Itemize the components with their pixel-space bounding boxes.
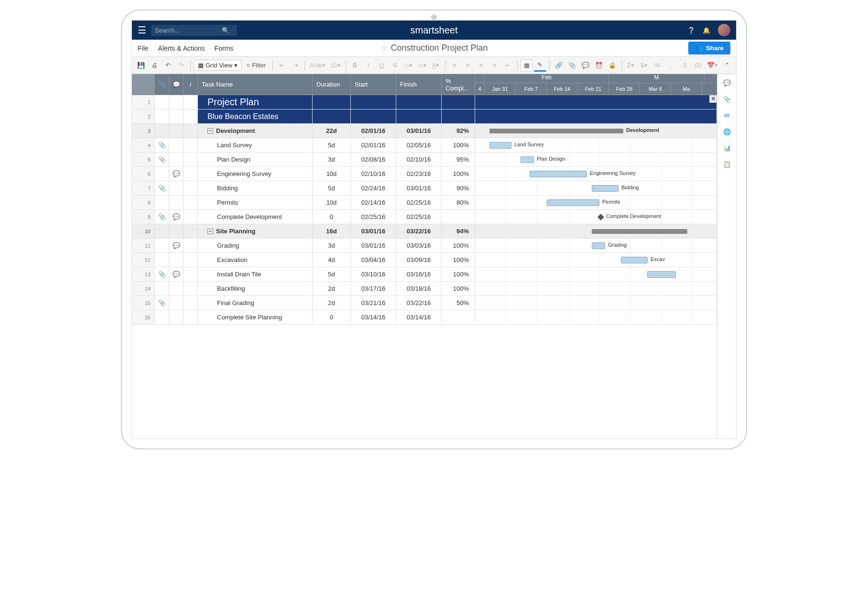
pct-cell[interactable]: 80% (442, 196, 475, 209)
task-cell[interactable]: Permits (198, 196, 313, 209)
attach-cell[interactable] (155, 282, 169, 295)
col-finish[interactable]: Finish (396, 74, 442, 95)
comment-icon[interactable]: 💬 (579, 59, 592, 72)
attach-cell[interactable]: 📎 (155, 296, 169, 310)
task-cell[interactable]: Grading (198, 239, 313, 252)
pct-cell[interactable]: 100% (442, 167, 475, 181)
menu-icon[interactable]: ☰ (138, 24, 146, 36)
table-row[interactable]: 8Permits10d02/14/1602/25/1680%Permits (132, 196, 717, 210)
rail-publish-icon[interactable]: 🌐 (722, 127, 732, 136)
dec-dec-icon[interactable]: .00 (692, 59, 704, 72)
table-row[interactable]: 2Blue Beacon Estates (132, 109, 717, 124)
start-cell[interactable]: 03/10/16 (351, 267, 396, 281)
font-select[interactable]: Arial▾ (308, 59, 327, 72)
currency-icon[interactable]: $▾ (638, 59, 651, 72)
pct-cell[interactable]: 95% (442, 153, 475, 166)
gantt-cell[interactable]: Excav (475, 253, 717, 267)
col-duration[interactable]: Duration (313, 74, 351, 95)
comment-cell[interactable]: 💬 (169, 267, 184, 281)
rows-area[interactable]: ✕ 1Project Plan2Blue Beacon Estates3−Dev… (132, 95, 717, 438)
attach-cell[interactable] (155, 224, 169, 238)
comment-cell[interactable] (169, 296, 184, 310)
attach-cell[interactable] (155, 239, 169, 252)
start-cell[interactable]: 02/14/16 (351, 196, 396, 209)
duration-cell[interactable]: 10d (313, 167, 351, 181)
task-cell[interactable]: Bidding (198, 181, 313, 195)
pct-cell[interactable] (442, 210, 475, 224)
duration-cell[interactable]: 5d (313, 138, 351, 152)
rail-comment-icon[interactable]: 💬 (722, 78, 732, 87)
task-cell[interactable]: −Development (198, 124, 313, 138)
table-row[interactable]: 3−Development22d02/01/1603/01/1692%Devel… (132, 124, 717, 138)
collapse-toolbar-icon[interactable]: ⌃ (721, 59, 733, 72)
gantt-cell[interactable] (475, 310, 717, 324)
gantt-bar[interactable] (592, 229, 687, 234)
task-cell[interactable]: Backfilling (198, 282, 313, 295)
finish-cell[interactable]: 03/18/16 (396, 282, 442, 295)
menu-file[interactable]: File (138, 44, 149, 52)
pct-cell[interactable] (442, 109, 475, 123)
table-row[interactable]: 7📎Bidding5d02/24/1603/01/1690%Bidding (132, 181, 717, 196)
finish-cell[interactable]: 02/10/16 (396, 153, 442, 166)
rail-activity-icon[interactable]: 📊 (722, 143, 732, 153)
task-cell[interactable]: Blue Beacon Estates (198, 109, 313, 123)
table-row[interactable]: 11💬Grading3d03/01/1603/03/16100%Grading (132, 239, 717, 253)
duration-cell[interactable]: 2d (313, 296, 351, 310)
comment-cell[interactable] (169, 138, 184, 152)
reminder-icon[interactable]: ⏰ (593, 59, 605, 72)
pct-cell[interactable]: 100% (442, 239, 475, 252)
comment-cell[interactable] (169, 109, 184, 123)
table-row[interactable]: 10−Site Planning16d03/01/1603/22/1694% (132, 224, 717, 239)
finish-cell[interactable]: 02/23/16 (396, 167, 442, 181)
finish-cell[interactable]: 03/22/16 (396, 296, 442, 310)
pct-cell[interactable] (442, 310, 475, 324)
duration-cell[interactable]: 10d (313, 196, 351, 209)
menu-forms[interactable]: Forms (215, 44, 234, 52)
highlight-icon[interactable]: ✎ (534, 59, 546, 72)
duration-cell[interactable]: 5d (313, 181, 351, 195)
grid-view-button[interactable]: ▦ Grid View ▾ (194, 60, 242, 71)
comment-cell[interactable] (169, 310, 184, 324)
finish-cell[interactable]: 03/01/16 (396, 124, 442, 138)
start-cell[interactable]: 03/14/16 (351, 310, 396, 324)
gantt-bar[interactable] (647, 271, 676, 278)
finish-cell[interactable]: 03/14/16 (396, 310, 442, 324)
task-cell[interactable]: Engineering Survey (198, 167, 313, 181)
task-cell[interactable]: Plan Design (198, 153, 313, 166)
duration-cell[interactable] (313, 95, 351, 109)
strike-icon[interactable]: S (389, 59, 401, 72)
comment-cell[interactable] (169, 253, 184, 267)
comment-cell[interactable]: 💬 (169, 210, 184, 224)
pct-cell[interactable]: 50% (442, 296, 475, 310)
gantt-cell[interactable]: Plan Design (475, 153, 717, 166)
attach-icon[interactable]: 📎 (566, 59, 578, 72)
bell-icon[interactable]: 🔔 (703, 27, 710, 34)
finish-cell[interactable]: 02/25/16 (396, 196, 442, 209)
comment-cell[interactable] (169, 153, 184, 166)
search-icon[interactable]: 🔍 (222, 27, 229, 34)
italic-icon[interactable]: I (362, 59, 375, 72)
share-button[interactable]: 👥 Share (688, 42, 730, 55)
sum-icon[interactable]: Σ▾ (625, 59, 637, 72)
comment-cell[interactable] (169, 124, 184, 138)
conditional-format-icon[interactable]: ▦ (521, 59, 533, 72)
outdent-icon[interactable]: ⇤ (276, 59, 288, 72)
search-input[interactable] (155, 27, 222, 34)
gantt-cell[interactable]: Land Survey (475, 138, 717, 152)
task-bar-icon[interactable]: ▭▾ (416, 59, 429, 72)
attach-cell[interactable] (155, 310, 169, 324)
gantt-cell[interactable]: Complete Development (475, 210, 717, 224)
table-row[interactable]: 12Excavation4d03/04/1603/09/16100%Excav (132, 253, 717, 267)
bold-icon[interactable]: B (349, 59, 361, 72)
start-cell[interactable]: 03/04/16 (351, 253, 396, 267)
search-box[interactable]: 🔍 (151, 25, 237, 36)
underline-icon[interactable]: U (376, 59, 388, 72)
pct-cell[interactable]: 92% (442, 124, 475, 138)
attach-cell[interactable] (155, 124, 169, 138)
comment-cell[interactable]: 💬 (169, 239, 184, 252)
finish-cell[interactable]: 03/01/16 (396, 181, 442, 195)
gantt-cell[interactable] (475, 296, 717, 310)
finish-cell[interactable]: 03/16/16 (396, 267, 442, 281)
pct-cell[interactable]: 100% (442, 267, 475, 281)
table-row[interactable]: 6💬Engineering Survey10d02/10/1602/23/161… (132, 167, 717, 181)
